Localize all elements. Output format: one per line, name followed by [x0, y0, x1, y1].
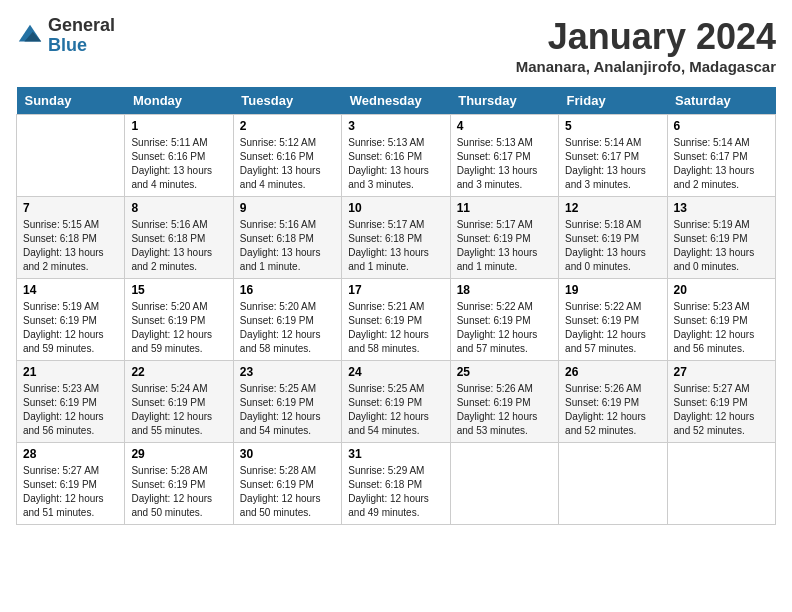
calendar-cell: 18Sunrise: 5:22 AMSunset: 6:19 PMDayligh…	[450, 279, 558, 361]
day-number: 22	[131, 365, 226, 379]
calendar-cell: 20Sunrise: 5:23 AMSunset: 6:19 PMDayligh…	[667, 279, 775, 361]
weekday-header: Tuesday	[233, 87, 341, 115]
calendar-cell: 10Sunrise: 5:17 AMSunset: 6:18 PMDayligh…	[342, 197, 450, 279]
calendar-cell: 21Sunrise: 5:23 AMSunset: 6:19 PMDayligh…	[17, 361, 125, 443]
day-info: Sunrise: 5:17 AMSunset: 6:19 PMDaylight:…	[457, 218, 552, 274]
day-number: 10	[348, 201, 443, 215]
day-number: 3	[348, 119, 443, 133]
day-number: 6	[674, 119, 769, 133]
day-info: Sunrise: 5:28 AMSunset: 6:19 PMDaylight:…	[240, 464, 335, 520]
calendar-cell: 6Sunrise: 5:14 AMSunset: 6:17 PMDaylight…	[667, 115, 775, 197]
calendar-cell: 15Sunrise: 5:20 AMSunset: 6:19 PMDayligh…	[125, 279, 233, 361]
location-title: Mananara, Analanjirofo, Madagascar	[516, 58, 776, 75]
day-number: 1	[131, 119, 226, 133]
calendar-cell: 30Sunrise: 5:28 AMSunset: 6:19 PMDayligh…	[233, 443, 341, 525]
day-info: Sunrise: 5:27 AMSunset: 6:19 PMDaylight:…	[23, 464, 118, 520]
calendar-cell: 12Sunrise: 5:18 AMSunset: 6:19 PMDayligh…	[559, 197, 667, 279]
day-info: Sunrise: 5:26 AMSunset: 6:19 PMDaylight:…	[565, 382, 660, 438]
logo-line1: General	[48, 16, 115, 36]
day-info: Sunrise: 5:25 AMSunset: 6:19 PMDaylight:…	[240, 382, 335, 438]
day-info: Sunrise: 5:28 AMSunset: 6:19 PMDaylight:…	[131, 464, 226, 520]
day-number: 8	[131, 201, 226, 215]
weekday-header: Thursday	[450, 87, 558, 115]
day-info: Sunrise: 5:21 AMSunset: 6:19 PMDaylight:…	[348, 300, 443, 356]
day-number: 12	[565, 201, 660, 215]
calendar-week-row: 14Sunrise: 5:19 AMSunset: 6:19 PMDayligh…	[17, 279, 776, 361]
calendar-header: SundayMondayTuesdayWednesdayThursdayFrid…	[17, 87, 776, 115]
calendar-cell: 17Sunrise: 5:21 AMSunset: 6:19 PMDayligh…	[342, 279, 450, 361]
day-info: Sunrise: 5:15 AMSunset: 6:18 PMDaylight:…	[23, 218, 118, 274]
calendar-cell: 26Sunrise: 5:26 AMSunset: 6:19 PMDayligh…	[559, 361, 667, 443]
day-number: 28	[23, 447, 118, 461]
day-info: Sunrise: 5:13 AMSunset: 6:16 PMDaylight:…	[348, 136, 443, 192]
calendar-cell: 22Sunrise: 5:24 AMSunset: 6:19 PMDayligh…	[125, 361, 233, 443]
day-number: 15	[131, 283, 226, 297]
day-number: 17	[348, 283, 443, 297]
day-info: Sunrise: 5:11 AMSunset: 6:16 PMDaylight:…	[131, 136, 226, 192]
weekday-header: Sunday	[17, 87, 125, 115]
day-info: Sunrise: 5:19 AMSunset: 6:19 PMDaylight:…	[674, 218, 769, 274]
day-info: Sunrise: 5:25 AMSunset: 6:19 PMDaylight:…	[348, 382, 443, 438]
calendar-cell: 23Sunrise: 5:25 AMSunset: 6:19 PMDayligh…	[233, 361, 341, 443]
day-number: 23	[240, 365, 335, 379]
calendar-cell: 7Sunrise: 5:15 AMSunset: 6:18 PMDaylight…	[17, 197, 125, 279]
logo-icon	[16, 22, 44, 50]
day-info: Sunrise: 5:13 AMSunset: 6:17 PMDaylight:…	[457, 136, 552, 192]
day-number: 16	[240, 283, 335, 297]
calendar-week-row: 7Sunrise: 5:15 AMSunset: 6:18 PMDaylight…	[17, 197, 776, 279]
day-info: Sunrise: 5:29 AMSunset: 6:18 PMDaylight:…	[348, 464, 443, 520]
day-info: Sunrise: 5:22 AMSunset: 6:19 PMDaylight:…	[565, 300, 660, 356]
day-number: 7	[23, 201, 118, 215]
calendar-cell: 13Sunrise: 5:19 AMSunset: 6:19 PMDayligh…	[667, 197, 775, 279]
day-number: 5	[565, 119, 660, 133]
day-number: 11	[457, 201, 552, 215]
day-info: Sunrise: 5:24 AMSunset: 6:19 PMDaylight:…	[131, 382, 226, 438]
day-number: 24	[348, 365, 443, 379]
calendar-table: SundayMondayTuesdayWednesdayThursdayFrid…	[16, 87, 776, 525]
day-number: 19	[565, 283, 660, 297]
day-info: Sunrise: 5:17 AMSunset: 6:18 PMDaylight:…	[348, 218, 443, 274]
calendar-cell: 24Sunrise: 5:25 AMSunset: 6:19 PMDayligh…	[342, 361, 450, 443]
day-info: Sunrise: 5:19 AMSunset: 6:19 PMDaylight:…	[23, 300, 118, 356]
day-number: 27	[674, 365, 769, 379]
day-info: Sunrise: 5:23 AMSunset: 6:19 PMDaylight:…	[23, 382, 118, 438]
day-info: Sunrise: 5:27 AMSunset: 6:19 PMDaylight:…	[674, 382, 769, 438]
logo: General Blue	[16, 16, 115, 56]
calendar-week-row: 28Sunrise: 5:27 AMSunset: 6:19 PMDayligh…	[17, 443, 776, 525]
day-info: Sunrise: 5:22 AMSunset: 6:19 PMDaylight:…	[457, 300, 552, 356]
month-title: January 2024	[516, 16, 776, 58]
calendar-cell: 2Sunrise: 5:12 AMSunset: 6:16 PMDaylight…	[233, 115, 341, 197]
weekday-header: Saturday	[667, 87, 775, 115]
weekday-header: Wednesday	[342, 87, 450, 115]
day-info: Sunrise: 5:18 AMSunset: 6:19 PMDaylight:…	[565, 218, 660, 274]
calendar-cell: 4Sunrise: 5:13 AMSunset: 6:17 PMDaylight…	[450, 115, 558, 197]
day-info: Sunrise: 5:26 AMSunset: 6:19 PMDaylight:…	[457, 382, 552, 438]
day-number: 26	[565, 365, 660, 379]
title-block: January 2024 Mananara, Analanjirofo, Mad…	[516, 16, 776, 75]
day-number: 4	[457, 119, 552, 133]
day-info: Sunrise: 5:16 AMSunset: 6:18 PMDaylight:…	[131, 218, 226, 274]
day-number: 29	[131, 447, 226, 461]
calendar-cell	[667, 443, 775, 525]
day-info: Sunrise: 5:23 AMSunset: 6:19 PMDaylight:…	[674, 300, 769, 356]
calendar-body: 1Sunrise: 5:11 AMSunset: 6:16 PMDaylight…	[17, 115, 776, 525]
calendar-cell	[17, 115, 125, 197]
day-number: 30	[240, 447, 335, 461]
calendar-cell	[450, 443, 558, 525]
header-row: SundayMondayTuesdayWednesdayThursdayFrid…	[17, 87, 776, 115]
day-number: 21	[23, 365, 118, 379]
calendar-cell: 1Sunrise: 5:11 AMSunset: 6:16 PMDaylight…	[125, 115, 233, 197]
day-info: Sunrise: 5:20 AMSunset: 6:19 PMDaylight:…	[240, 300, 335, 356]
day-number: 20	[674, 283, 769, 297]
calendar-week-row: 1Sunrise: 5:11 AMSunset: 6:16 PMDaylight…	[17, 115, 776, 197]
day-info: Sunrise: 5:14 AMSunset: 6:17 PMDaylight:…	[565, 136, 660, 192]
day-number: 18	[457, 283, 552, 297]
calendar-cell: 29Sunrise: 5:28 AMSunset: 6:19 PMDayligh…	[125, 443, 233, 525]
weekday-header: Monday	[125, 87, 233, 115]
day-info: Sunrise: 5:12 AMSunset: 6:16 PMDaylight:…	[240, 136, 335, 192]
page-header: General Blue January 2024 Mananara, Anal…	[16, 16, 776, 75]
calendar-week-row: 21Sunrise: 5:23 AMSunset: 6:19 PMDayligh…	[17, 361, 776, 443]
logo-line2: Blue	[48, 36, 115, 56]
calendar-cell: 3Sunrise: 5:13 AMSunset: 6:16 PMDaylight…	[342, 115, 450, 197]
calendar-cell: 8Sunrise: 5:16 AMSunset: 6:18 PMDaylight…	[125, 197, 233, 279]
